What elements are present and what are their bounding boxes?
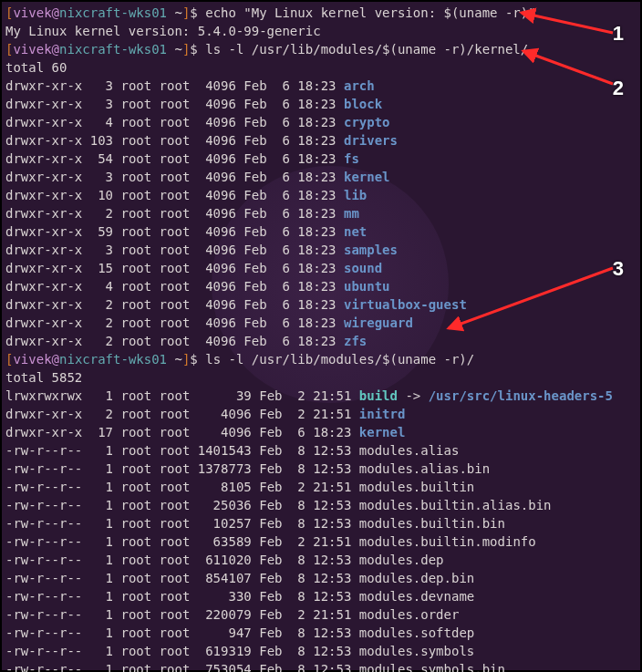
size: 4096 [198,334,236,348]
ls-row: drwxr-xr-x 2 root root 4096 Feb 6 18:23 … [5,332,637,350]
date: Feb 6 18:23 [243,243,336,257]
ls-row: drwxr-xr-x 2 root root 4096 Feb 6 18:23 … [5,204,637,222]
ls-row: -rw-r--r-- 1 root root 753054 Feb 8 12:5… [5,660,637,672]
total-line: total 5852 [5,368,637,387]
ls-row: drwxr-xr-x 4 root root 4096 Feb 6 18:23 … [5,113,637,131]
dir-name: block [344,97,382,111]
nlink: 10 [90,188,113,202]
nlink: 1 [90,534,113,549]
owner: root root [120,334,190,348]
nlink: 2 [90,407,113,421]
nlink: 1 [90,498,113,512]
size: 4096 [198,425,252,439]
perm: -rw-r--r-- [5,480,82,494]
date: Feb 6 18:23 [243,115,336,129]
nlink: 3 [90,170,113,184]
size: 4096 [198,151,236,166]
perm: -rw-r--r-- [5,553,82,567]
cmd-line-1: [vivek@nixcraft-wks01 ~]$ echo "My Linux… [5,4,637,22]
file-name: modules.builtin [359,480,474,494]
perm: -rw-r--r-- [5,498,82,512]
ls-row: -rw-r--r-- 1 root root 10257 Feb 8 12:53… [5,514,637,532]
size: 25036 [198,498,252,512]
size: 63589 [198,534,252,549]
prompt-host: nixcraft-wks01 [59,5,167,20]
owner: root root [120,625,190,640]
command-text: echo "My Linux kernel version: $(uname -… [205,5,535,20]
perm: drwxr-xr-x [5,425,82,439]
nlink: 1 [90,625,113,640]
size: 4096 [198,133,236,148]
ls-row: drwxr-xr-x 2 root root 4096 Feb 6 18:23 … [5,314,637,332]
ls-row: drwxr-xr-x 4 root root 4096 Feb 6 18:23 … [5,277,637,295]
nlink: 3 [90,243,113,257]
terminal-output[interactable]: [vivek@nixcraft-wks01 ~]$ echo "My Linux… [2,2,640,672]
size: 4096 [198,78,236,93]
perm: drwxr-xr-x [5,78,82,93]
perm: drwxr-xr-x [5,315,82,330]
owner: root root [120,243,190,257]
size: 947 [198,625,252,640]
file-name: modules.symbols [359,644,474,658]
nlink: 1 [90,589,113,604]
owner: root root [120,279,190,294]
command-text: ls -l /usr/lib/modules/$(uname -r)/ [205,352,474,367]
nlink: 4 [90,115,113,129]
date: Feb 2 21:51 [259,480,351,494]
total-line: total 60 [5,58,637,77]
ls-row: drwxr-xr-x 3 root root 4096 Feb 6 18:23 … [5,241,637,259]
dir-name: ubuntu [344,279,390,294]
cmd-line-2: [vivek@nixcraft-wks01 ~]$ ls -l /usr/lib… [5,40,637,58]
owner: root root [120,516,190,531]
date: Feb 8 12:53 [259,553,351,567]
date: Feb 2 21:51 [259,407,351,421]
nlink: 2 [90,334,113,348]
size: 330 [198,589,252,604]
perm: drwxr-xr-x [5,133,82,148]
date: Feb 8 12:53 [259,443,351,458]
size: 4096 [198,115,236,129]
date: Feb 6 18:23 [243,170,336,184]
size: 1378773 [198,461,252,476]
size: 619319 [198,644,252,658]
owner: root root [120,170,190,184]
ls-row: -rw-r--r-- 1 root root 220079 Feb 2 21:5… [5,605,637,624]
dir-name: net [344,224,367,239]
nlink: 17 [90,425,113,439]
perm: -rw-r--r-- [5,644,82,658]
prompt-host: nixcraft-wks01 [59,42,167,57]
size: 39 [198,388,252,403]
owner: root root [120,553,190,567]
size: 4096 [198,188,236,202]
owner: root root [120,498,190,512]
date: Feb 6 18:23 [243,261,336,275]
cmd-line-3: [vivek@nixcraft-wks01 ~]$ ls -l /usr/lib… [5,350,637,368]
size: 753054 [198,662,252,672]
size: 4096 [198,315,236,330]
size: 10257 [198,516,252,531]
prompt-user: vivek [13,5,51,20]
prompt-host: nixcraft-wks01 [59,352,167,367]
date: Feb 6 18:23 [243,151,336,166]
size: 4096 [198,261,236,275]
nlink: 3 [90,78,113,93]
owner: root root [120,443,190,458]
ls-row: drwxr-xr-x 2 root root 4096 Feb 2 21:51 … [5,405,637,423]
size: 4096 [198,279,236,294]
dir-name: fs [344,151,359,166]
dir-name: drivers [344,133,398,148]
owner: root root [120,425,190,439]
ls-row: drwxr-xr-x 103 root root 4096 Feb 6 18:2… [5,131,637,150]
date: Feb 6 18:23 [243,97,336,111]
echo-output: My Linux kernel version: 5.4.0-99-generi… [5,22,637,40]
file-name: modules.builtin.alias.bin [359,498,552,512]
size: 4096 [198,407,252,421]
owner: root root [120,261,190,275]
prompt-at: @ [52,42,59,57]
perm: -rw-r--r-- [5,516,82,531]
nlink: 2 [90,206,113,221]
ls-row: -rw-r--r-- 1 root root 619319 Feb 8 12:5… [5,642,637,660]
date: Feb 6 18:23 [243,206,336,221]
prompt-user: vivek [13,42,51,57]
prompt-path: ~ [167,352,182,367]
